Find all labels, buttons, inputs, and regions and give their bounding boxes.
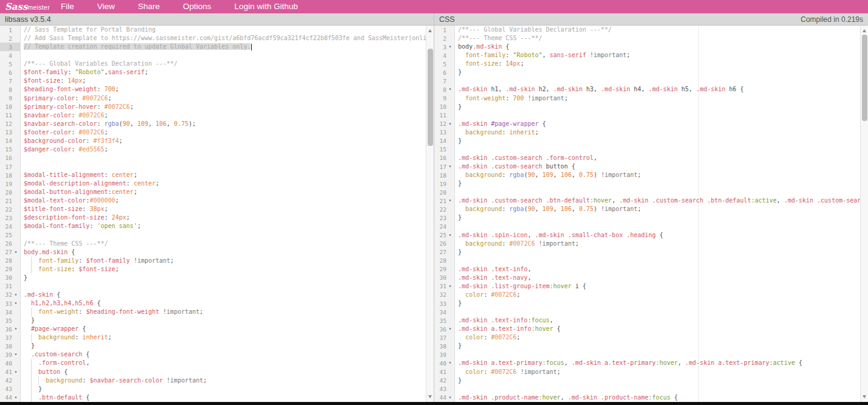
scroll-down-icon[interactable]: [861, 393, 868, 401]
left-scrollbar[interactable]: [426, 26, 434, 402]
code-line[interactable]: $footer-color: #0072C6;: [21, 128, 426, 137]
code-line[interactable]: background: inherit;: [456, 128, 860, 137]
code-line[interactable]: $font-family: "Roboto",sans-serif;: [21, 68, 426, 77]
code-line[interactable]: }: [456, 137, 860, 145]
fold-arrow-icon[interactable]: ▾: [446, 85, 454, 94]
code-line[interactable]: [21, 154, 426, 162]
code-line[interactable]: [21, 231, 426, 240]
code-line[interactable]: .md-skin .spin-icon, .md-skin .small-cha…: [456, 231, 860, 240]
code-line[interactable]: font-weight: 700 !important;: [456, 94, 860, 103]
fold-arrow-icon[interactable]: ▾: [446, 43, 454, 51]
fold-arrow-icon[interactable]: ▾: [12, 248, 19, 257]
code-line[interactable]: .md-skin .text-navy,: [456, 274, 860, 282]
sass-editor[interactable]: 1234567891011121314151617181920212223242…: [0, 26, 434, 402]
code-line[interactable]: }: [21, 274, 426, 282]
code-line[interactable]: color: #0072C6;: [456, 291, 860, 299]
code-line[interactable]: /**--- Global Variables Declaration ---*…: [456, 26, 860, 34]
code-line[interactable]: font-family: $font-family !important;: [21, 257, 426, 265]
fold-arrow-icon[interactable]: ▾: [446, 393, 454, 402]
code-line[interactable]: $navbar-search-color: rgba(90, 109, 106,…: [21, 120, 426, 128]
code-line[interactable]: .md-skin .custom-search .form-control,: [456, 154, 860, 162]
code-line[interactable]: /**--- Theme CSS ---**/: [21, 240, 426, 248]
code-line[interactable]: }: [21, 316, 426, 325]
code-line[interactable]: }: [21, 342, 426, 350]
fold-arrow-icon[interactable]: ▾: [446, 120, 454, 128]
code-line[interactable]: font-weight: $heading-font-weight !impor…: [21, 308, 426, 316]
menu-item-options[interactable]: Options: [175, 0, 220, 13]
fold-arrow-icon[interactable]: ▾: [446, 282, 454, 291]
code-line[interactable]: $heading-font-weight: 700;: [21, 85, 426, 94]
code-line[interactable]: }: [21, 385, 426, 393]
fold-arrow-icon[interactable]: ▾: [446, 359, 454, 367]
code-line[interactable]: font-family: "Roboto", sans-serif !impor…: [456, 51, 860, 60]
code-line[interactable]: // Add Sass Template to https://www.sass…: [21, 34, 426, 43]
fold-arrow-icon[interactable]: ▾: [446, 231, 454, 240]
code-line[interactable]: $modal-text-color:#000000;: [21, 196, 426, 205]
code-line[interactable]: $modal-description-alignment: center;: [21, 179, 426, 188]
code-line[interactable]: $modal-title-alignment: center;: [21, 171, 426, 179]
code-line[interactable]: color: #0072C6;: [456, 333, 860, 342]
code-line[interactable]: }: [456, 376, 860, 385]
code-line[interactable]: background: rgba(90, 109, 106, 0.75) !im…: [456, 205, 860, 213]
code-line[interactable]: font-size: 14px;: [456, 60, 860, 68]
code-line[interactable]: .md-skin .text-info,: [456, 265, 860, 274]
code-line[interactable]: [456, 145, 860, 154]
fold-arrow-icon[interactable]: ▾: [446, 196, 454, 205]
code-line[interactable]: [21, 51, 426, 60]
code-line[interactable]: [456, 350, 860, 359]
menu-item-login-with-github[interactable]: Login with Github: [226, 0, 306, 13]
code-line[interactable]: background: rgba(90, 109, 106, 0.75) !im…: [456, 171, 860, 179]
code-line[interactable]: // Sass Template for Portal Branding: [21, 26, 426, 34]
code-line[interactable]: .btn-default {: [21, 393, 426, 402]
code-line[interactable]: [456, 385, 860, 393]
css-editor[interactable]: 123▾45678▾9101112▾1314151617▾18192021▾22…: [434, 26, 868, 402]
code-line[interactable]: $modal-font-family: 'open sans';: [21, 222, 426, 230]
fold-arrow-icon[interactable]: ▾: [12, 368, 19, 376]
code-line[interactable]: .md-skin a.text-info:hover {: [456, 325, 860, 333]
code-line[interactable]: // Template creation required to update …: [21, 43, 426, 51]
code-line[interactable]: [456, 222, 860, 230]
code-line[interactable]: [21, 282, 426, 291]
scroll-down-icon[interactable]: [426, 393, 434, 401]
fold-arrow-icon[interactable]: ▾: [446, 162, 454, 171]
code-line[interactable]: [456, 111, 860, 120]
code-line[interactable]: }: [456, 68, 860, 77]
scroll-up-icon[interactable]: [861, 27, 868, 35]
right-scrollbar[interactable]: [860, 26, 868, 402]
code-line[interactable]: [21, 162, 426, 171]
code-line[interactable]: font-size: $font-size;: [21, 265, 426, 274]
code-line[interactable]: background: #0072C6 !important;: [456, 240, 860, 248]
code-line[interactable]: body.md-skin {: [456, 43, 860, 51]
fold-arrow-icon[interactable]: ▾: [12, 393, 19, 402]
code-line[interactable]: .md-skin .list-group-item:hover i {: [456, 282, 860, 291]
code-line[interactable]: body.md-skin {: [21, 248, 426, 257]
menu-item-file[interactable]: File: [52, 0, 83, 13]
fold-arrow-icon[interactable]: ▾: [446, 325, 454, 333]
code-line[interactable]: .md-skin .custom-search .btn-default:hov…: [456, 196, 860, 205]
code-line[interactable]: h1,h2,h3,h4,h5,h6 {: [21, 299, 426, 308]
code-line[interactable]: .md-skin .text-info:focus,: [456, 316, 860, 325]
code-line[interactable]: button {: [21, 368, 426, 376]
code-line[interactable]: }: [456, 248, 860, 257]
code-line[interactable]: $navbar-color: #0072C6;: [21, 111, 426, 120]
code-line[interactable]: $danger-color: #ed5565;: [21, 145, 426, 154]
sass-code-area[interactable]: // Sass Template for Portal Branding// A…: [21, 26, 426, 402]
scroll-up-icon[interactable]: [426, 27, 434, 35]
code-line[interactable]: [456, 188, 860, 196]
fold-arrow-icon[interactable]: ▾: [12, 291, 19, 299]
code-line[interactable]: [456, 77, 860, 85]
code-line[interactable]: $font-size: 14px;: [21, 77, 426, 85]
code-line[interactable]: .md-skin a.text-primary:focus, .md-skin …: [456, 359, 860, 367]
code-line[interactable]: #page-wrapper {: [21, 325, 426, 333]
code-line[interactable]: }: [456, 103, 860, 111]
fold-arrow-icon[interactable]: ▾: [12, 299, 19, 308]
code-line[interactable]: [456, 308, 860, 316]
code-line[interactable]: /**--- Global Variables Declaration ---*…: [21, 60, 426, 68]
code-line[interactable]: $description-font-size: 24px;: [21, 213, 426, 222]
code-line[interactable]: }: [456, 299, 860, 308]
scrollbar-thumb[interactable]: [428, 49, 433, 146]
code-line[interactable]: .md-skin #page-wrapper {: [456, 120, 860, 128]
code-line[interactable]: }: [456, 179, 860, 188]
code-line[interactable]: $title-font-size: 38px;: [21, 205, 426, 213]
code-line[interactable]: }: [456, 342, 860, 350]
